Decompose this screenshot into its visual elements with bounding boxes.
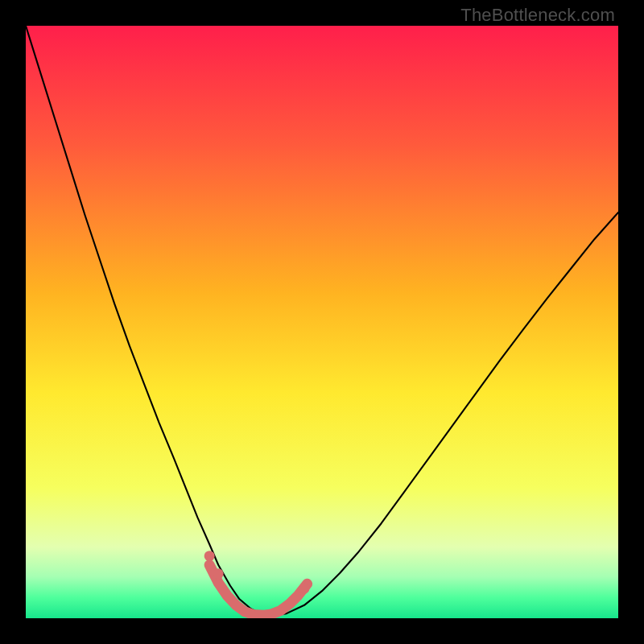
marker-dots-point (299, 584, 309, 594)
marker-dots-point (213, 568, 224, 579)
outer-frame: TheBottleneck.com (0, 0, 644, 644)
chart-svg (26, 26, 618, 618)
watermark-text: TheBottleneck.com (460, 5, 615, 26)
marker-dots-point (204, 551, 215, 561)
chart-plot-area (26, 26, 618, 618)
